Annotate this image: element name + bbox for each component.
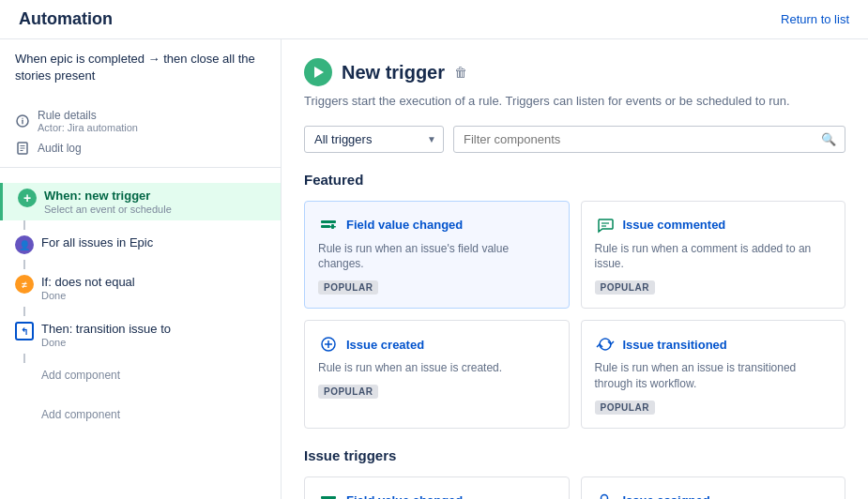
play-icon (304, 58, 332, 86)
card-issue-assigned[interactable]: Issue assigned Rule is run when an issue… (581, 476, 846, 499)
card-desc-transitioned-featured: Rule is run when an issue is transitione… (595, 360, 832, 392)
if-text: If: does not equal Done (41, 275, 135, 301)
add-component-outer-label: Add component (41, 408, 120, 421)
card-issue-created-featured[interactable]: Issue created Rule is run when an issue … (304, 320, 570, 429)
card-header-field-issue: Field value changed (318, 491, 556, 499)
svg-point-20 (601, 494, 607, 499)
for-all-icon: 👤 (15, 235, 34, 254)
if-icon: ≠ (15, 275, 34, 294)
sidebar-header: When epic is completed → then close all … (0, 51, 281, 105)
svg-rect-2 (22, 118, 23, 119)
for-all-text: For all issues in Epic (41, 235, 153, 250)
card-header-created-featured: Issue created (318, 334, 556, 355)
filter-input[interactable] (453, 126, 845, 153)
connector-3 (23, 307, 25, 316)
then-label: Then: transition issue to (41, 322, 171, 336)
card-header-field-featured: Field value changed (318, 215, 556, 235)
sidebar: When epic is completed → then close all … (0, 39, 282, 499)
trigger-desc: Triggers start the execution of a rule. … (304, 92, 845, 111)
card-title-created-featured: Issue created (346, 338, 424, 352)
rule-details-label: Rule details (38, 109, 138, 122)
if-label: If: does not equal (41, 275, 135, 289)
card-title-commented-featured: Issue commented (623, 218, 726, 232)
trigger-text: When: new trigger Select an event or sch… (44, 189, 172, 215)
card-field-value-issue[interactable]: Field value changed Rule is run when an … (304, 476, 570, 499)
connector-4 (23, 354, 25, 363)
sidebar-audit-log[interactable]: Audit log (0, 137, 281, 159)
trigger-icon: + (18, 189, 37, 207)
comment-icon-featured (595, 215, 616, 235)
sidebar-divider (0, 167, 281, 168)
workflow-item-if[interactable]: ≠ If: does not equal Done (0, 269, 281, 307)
workflow-item-when-trigger[interactable]: + When: new trigger Select an event or s… (0, 183, 281, 220)
badge-transitioned-featured: POPULAR (595, 401, 655, 415)
card-issue-commented-featured[interactable]: Issue commented Rule is run when a comme… (581, 201, 846, 310)
main-content: New trigger 🗑 Triggers start the executi… (282, 39, 868, 499)
svg-rect-10 (329, 226, 336, 228)
return-to-list-link[interactable]: Return to list (781, 12, 849, 26)
card-header-commented-featured: Issue commented (595, 215, 832, 235)
svg-rect-8 (321, 225, 330, 228)
sidebar-rule-details[interactable]: Rule details Actor: Jira automation (0, 105, 281, 137)
trigger-sublabel: Select an event or schedule (44, 204, 172, 215)
add-component-outer[interactable]: Add component (0, 402, 281, 427)
trigger-label: When: new trigger (44, 189, 172, 203)
assigned-icon (595, 491, 616, 499)
for-all-label: For all issues in Epic (41, 235, 153, 250)
trigger-title: New trigger (342, 62, 445, 83)
field-value-icon (318, 215, 339, 235)
created-icon-featured (318, 334, 339, 355)
then-sublabel: Done (41, 337, 171, 348)
badge-field-featured: POPULAR (318, 280, 378, 295)
workflow-item-for-all[interactable]: 👤 For all issues in Epic (0, 230, 281, 260)
svg-rect-16 (321, 496, 336, 499)
trigger-select-wrapper: All triggers Issue triggers Scheduled tr… (304, 126, 444, 153)
card-title-field-issue: Field value changed (346, 493, 463, 499)
field-value-icon-issue (318, 491, 339, 499)
issue-triggers-section-title: Issue triggers (304, 447, 845, 463)
doc-icon (15, 141, 30, 156)
card-desc-commented-featured: Rule is run when a comment is added to a… (595, 241, 832, 273)
card-desc-created-featured: Rule is run when an issue is created. (318, 360, 556, 376)
app-container: Automation Return to list When epic is c… (0, 0, 868, 499)
add-component-inner-label: Add component (41, 369, 120, 382)
connector-1 (23, 220, 25, 230)
issue-triggers-cards-grid: Field value changed Rule is run when an … (304, 476, 845, 499)
card-desc-field-featured: Rule is run when an issue's field value … (318, 241, 556, 273)
svg-rect-7 (321, 220, 336, 223)
filter-input-wrapper: 🔍 (453, 126, 845, 153)
trigger-header: New trigger 🗑 (304, 58, 845, 86)
workflow-tree: + When: new trigger Select an event or s… (0, 175, 281, 434)
badge-commented-featured: POPULAR (595, 280, 655, 295)
rule-details-text: Rule details Actor: Jira automation (38, 109, 138, 133)
transitioned-icon-featured (595, 334, 616, 355)
main-layout: When epic is completed → then close all … (0, 39, 868, 499)
top-bar: Automation Return to list (0, 0, 868, 39)
card-issue-transitioned-featured[interactable]: Issue transitioned Rule is run when an i… (581, 320, 846, 429)
badge-created-featured: POPULAR (318, 385, 378, 399)
card-title-transitioned-featured: Issue transitioned (623, 338, 727, 352)
card-field-value-featured[interactable]: Field value changed Rule is run when an … (304, 201, 570, 310)
spacer (0, 387, 281, 402)
then-icon: ↰ (15, 322, 34, 340)
featured-section-title: Featured (304, 172, 845, 188)
trigger-type-select[interactable]: All triggers Issue triggers Scheduled tr… (304, 126, 444, 153)
card-header-assigned: Issue assigned (595, 491, 832, 499)
trash-icon[interactable]: 🗑 (454, 65, 467, 80)
app-title: Automation (19, 9, 113, 29)
rule-details-sub: Actor: Jira automation (38, 122, 138, 133)
featured-cards-grid: Field value changed Rule is run when an … (304, 201, 845, 429)
card-header-transitioned-featured: Issue transitioned (595, 334, 832, 355)
if-sublabel: Done (41, 290, 135, 301)
add-component-inner[interactable]: Add component (0, 363, 281, 387)
filter-row: All triggers Issue triggers Scheduled tr… (304, 126, 845, 153)
search-icon: 🔍 (821, 132, 836, 146)
rule-title: When epic is completed → then close all … (15, 51, 266, 84)
connector-2 (23, 260, 25, 269)
then-text: Then: transition issue to Done (41, 322, 171, 348)
card-title-field-featured: Field value changed (346, 218, 463, 232)
info-icon (15, 113, 30, 129)
svg-rect-1 (22, 120, 23, 125)
workflow-item-then[interactable]: ↰ Then: transition issue to Done (0, 316, 281, 354)
audit-log-label: Audit log (38, 142, 82, 155)
